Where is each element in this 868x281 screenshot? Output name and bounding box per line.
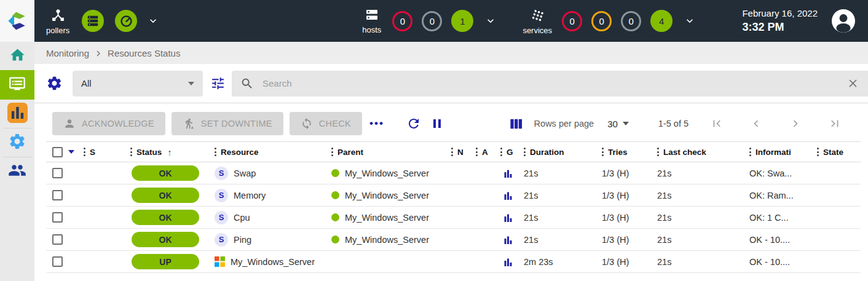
last-page-button[interactable] xyxy=(828,117,842,130)
column-header-tries[interactable]: Tries xyxy=(599,148,655,157)
check-button[interactable]: CHECK xyxy=(290,112,362,135)
column-header-parent[interactable]: Parent xyxy=(329,148,449,157)
breadcrumb-resources-status[interactable]: Resources Status xyxy=(108,48,180,58)
resource-cell[interactable]: My_Windows_Server xyxy=(212,256,329,267)
row-checkbox[interactable] xyxy=(52,234,63,245)
column-header-g[interactable]: G xyxy=(498,148,521,157)
resource-name[interactable]: Memory xyxy=(234,191,266,200)
column-drag-handle-icon[interactable] xyxy=(817,148,819,156)
graph-cell[interactable] xyxy=(498,213,521,222)
column-drag-handle-icon[interactable] xyxy=(84,148,85,156)
resource-name[interactable]: Cpu xyxy=(234,213,250,223)
column-header-status[interactable]: Status ↑ xyxy=(128,147,212,157)
parent-cell[interactable]: My_Windows_Server xyxy=(329,191,449,200)
column-drag-handle-icon[interactable] xyxy=(331,148,333,156)
column-header-duration[interactable]: Duration xyxy=(521,148,599,157)
services-critical-count[interactable]: 0 xyxy=(562,11,582,31)
table-row[interactable]: OK S Ping My_Windows_Server 21s 1/3 (H) … xyxy=(46,229,861,251)
centreon-logo[interactable] xyxy=(0,0,34,42)
poller-database-status-button[interactable] xyxy=(82,10,104,32)
column-header-a[interactable]: A xyxy=(473,148,498,157)
resource-cell[interactable]: S Ping xyxy=(212,233,329,247)
column-drag-handle-icon[interactable] xyxy=(451,148,453,156)
graph-cell[interactable] xyxy=(498,191,521,200)
select-menu-caret-icon[interactable] xyxy=(68,150,74,154)
table-row[interactable]: OK S Memory My_Windows_Server 21s 1/3 (H… xyxy=(46,184,861,207)
services-ok-count[interactable]: 4 xyxy=(650,10,673,32)
edit-columns-icon[interactable] xyxy=(509,117,523,131)
parent-name[interactable]: My_Windows_Server xyxy=(345,191,429,200)
column-drag-handle-icon[interactable] xyxy=(500,148,502,156)
hosts-up-count[interactable]: 1 xyxy=(451,10,473,32)
column-drag-handle-icon[interactable] xyxy=(524,148,526,156)
first-page-button[interactable] xyxy=(710,117,724,130)
resource-name[interactable]: My_Windows_Server xyxy=(231,257,315,267)
table-row[interactable]: UP My_Windows_Server 2m 23s 1/3 (H) 21s … xyxy=(46,251,861,273)
pollers-menu[interactable]: pollers xyxy=(46,7,69,35)
parent-name[interactable]: My_Windows_Server xyxy=(345,235,429,245)
graph-cell[interactable] xyxy=(498,258,521,266)
column-drag-handle-icon[interactable] xyxy=(657,148,659,156)
breadcrumb-monitoring[interactable]: Monitoring xyxy=(46,48,89,58)
set-downtime-button[interactable]: SET DOWNTIME xyxy=(172,112,283,135)
column-header-informati[interactable]: Informati xyxy=(747,148,815,157)
column-drag-handle-icon[interactable] xyxy=(602,148,604,156)
pause-autorefresh-button[interactable] xyxy=(430,116,444,131)
services-warning-count[interactable]: 0 xyxy=(591,11,612,31)
column-header-state[interactable]: State xyxy=(815,148,861,157)
column-drag-handle-icon[interactable] xyxy=(749,148,751,156)
sidebar-item-home[interactable] xyxy=(0,42,34,70)
services-expand-chevron-icon[interactable] xyxy=(684,15,696,27)
row-checkbox[interactable] xyxy=(52,190,63,200)
pollers-expand-chevron-icon[interactable] xyxy=(147,15,159,27)
filter-settings-gear-icon[interactable] xyxy=(46,75,63,92)
acknowledge-button[interactable]: ACKNOWLEDGE xyxy=(52,112,165,135)
resource-name[interactable]: Ping xyxy=(234,235,251,245)
services-unknown-count[interactable]: 0 xyxy=(621,11,641,31)
services-menu[interactable]: services xyxy=(523,7,552,35)
row-checkbox[interactable] xyxy=(52,256,63,267)
parent-cell[interactable]: My_Windows_Server xyxy=(329,168,449,178)
column-drag-handle-icon[interactable] xyxy=(476,148,478,156)
resource-cell[interactable]: S Cpu xyxy=(212,211,329,224)
resource-cell[interactable]: S Memory xyxy=(212,189,329,202)
resource-name[interactable]: Swap xyxy=(234,168,256,178)
next-page-button[interactable] xyxy=(789,117,802,130)
resource-cell[interactable]: S Swap xyxy=(212,167,329,180)
search-input[interactable] xyxy=(262,78,838,89)
column-header-s[interactable]: S xyxy=(81,148,128,157)
sidebar-item-reporting[interactable] xyxy=(0,100,34,128)
row-checkbox[interactable] xyxy=(52,212,63,223)
graph-cell[interactable] xyxy=(498,235,521,244)
graph-cell[interactable] xyxy=(498,169,521,178)
clear-search-icon[interactable] xyxy=(846,77,859,90)
sidebar-item-monitoring[interactable] xyxy=(0,70,34,100)
poller-latency-status-button[interactable] xyxy=(115,10,137,32)
select-all-checkbox[interactable] xyxy=(52,147,63,157)
column-header-last-check[interactable]: Last check xyxy=(655,148,747,157)
advanced-filters-tune-icon[interactable] xyxy=(210,76,226,91)
user-avatar[interactable] xyxy=(831,9,856,33)
resource-filter-select[interactable]: All xyxy=(73,71,203,97)
hosts-menu[interactable]: hosts xyxy=(362,7,381,34)
hosts-down-count[interactable]: 0 xyxy=(392,11,412,31)
parent-name[interactable]: My_Windows_Server xyxy=(345,168,429,178)
parent-name[interactable]: My_Windows_Server xyxy=(345,213,429,223)
column-header-n[interactable]: N xyxy=(449,148,473,157)
sidebar-item-administration[interactable] xyxy=(0,157,34,186)
sidebar-item-configuration[interactable] xyxy=(0,129,34,157)
parent-cell[interactable]: My_Windows_Server xyxy=(329,235,449,245)
row-checkbox[interactable] xyxy=(52,168,63,178)
more-actions-icon[interactable]: ••• xyxy=(369,117,384,130)
parent-cell[interactable]: My_Windows_Server xyxy=(329,213,449,223)
previous-page-button[interactable] xyxy=(749,117,763,130)
column-header-resource[interactable]: Resource xyxy=(212,148,329,157)
refresh-button[interactable] xyxy=(406,116,421,131)
hosts-expand-chevron-icon[interactable] xyxy=(484,15,497,27)
table-row[interactable]: OK S Cpu My_Windows_Server 21s 1/3 (H) 2… xyxy=(46,207,861,229)
rows-per-page-select[interactable]: 30 xyxy=(607,119,629,129)
table-row[interactable]: OK S Swap My_Windows_Server 21s 1/3 (H) … xyxy=(46,162,861,184)
column-drag-handle-icon[interactable] xyxy=(215,148,216,156)
column-drag-handle-icon[interactable] xyxy=(130,148,132,156)
hosts-unreachable-count[interactable]: 0 xyxy=(422,11,442,31)
